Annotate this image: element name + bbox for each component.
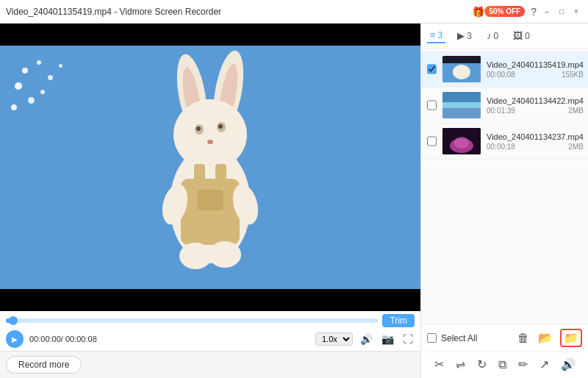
svg-point-16 bbox=[209, 241, 241, 268]
audio-adjust-button[interactable]: 🔊 bbox=[559, 355, 578, 374]
svg-rect-11 bbox=[181, 179, 240, 245]
close-button[interactable]: × bbox=[570, 6, 582, 18]
svg-point-15 bbox=[179, 243, 212, 269]
tab-play[interactable]: ▶ 3 bbox=[454, 29, 475, 43]
controls-bar: Trim ▶ 00:00:00/ 00:00:08 1.0x 🔊 📷 ⛶ bbox=[0, 311, 420, 351]
duplicate-button[interactable]: ⧉ bbox=[496, 355, 509, 374]
music-icon: ♪ bbox=[487, 30, 492, 41]
minimize-button[interactable]: – bbox=[541, 6, 553, 18]
decoration-dot bbox=[28, 97, 35, 104]
action-bar: Select All 🗑 📂 📁 ✂ ⇌ ↻ ⧉ ✏ ↗ 🔊 bbox=[421, 324, 588, 378]
file-duration-3: 00:00:18 bbox=[487, 143, 515, 151]
file-thumbnail-3 bbox=[442, 128, 481, 154]
select-all-area: Select All bbox=[427, 333, 477, 343]
svg-rect-24 bbox=[442, 108, 481, 118]
equalizer-button[interactable]: ⇌ bbox=[453, 355, 467, 374]
volume-button[interactable]: 🔊 bbox=[359, 332, 374, 346]
add-to-folder-button[interactable]: 📁 bbox=[560, 329, 582, 347]
decoration-dot bbox=[11, 104, 17, 110]
file-name-1: Video_240401135419.mp4 bbox=[487, 60, 584, 69]
file-item-2[interactable]: Video_240401134422.mp4 00:01:39 2MB bbox=[421, 88, 588, 124]
decoration-dot bbox=[22, 68, 28, 74]
letterbox-bottom bbox=[0, 289, 420, 311]
svg-point-27 bbox=[454, 137, 469, 149]
file-info-1: Video_240401135419.mp4 00:00:08 155KB bbox=[487, 60, 584, 79]
tabs-row: ≡ 3 ▶ 3 ♪ 0 🖼 0 bbox=[421, 24, 588, 49]
bottom-bar: Record more bbox=[0, 351, 420, 378]
file-name-3: Video_240401134237.mp4 bbox=[487, 132, 584, 141]
file-duration-1: 00:00:08 bbox=[487, 71, 515, 79]
cut-button[interactable]: ✂ bbox=[432, 355, 446, 374]
play-icon: ▶ bbox=[457, 30, 465, 41]
gift-icon: 🎁 bbox=[472, 6, 484, 18]
file-name-2: Video_240401134422.mp4 bbox=[487, 96, 584, 105]
help-icon: ? bbox=[531, 6, 537, 18]
audio-count: 0 bbox=[493, 31, 498, 41]
export-button[interactable]: ↗ bbox=[537, 355, 551, 374]
trim-button[interactable]: Trim bbox=[382, 314, 415, 327]
file-size-2: 2MB bbox=[568, 107, 584, 115]
fullscreen-button[interactable]: ⛶ bbox=[401, 332, 415, 346]
video-preview bbox=[0, 24, 420, 311]
svg-rect-23 bbox=[442, 92, 481, 102]
video-area bbox=[0, 24, 420, 311]
progress-row: Trim bbox=[6, 314, 415, 327]
decoration-dot bbox=[59, 64, 62, 68]
svg-point-21 bbox=[453, 65, 470, 79]
window-title: Video_240401135419.mp4 - Vidmore Screen … bbox=[6, 7, 472, 17]
file-meta-2: 00:01:39 2MB bbox=[487, 107, 584, 115]
file-info-3: Video_240401134237.mp4 00:00:18 2MB bbox=[487, 132, 584, 151]
file-item-1[interactable]: Video_240401135419.mp4 00:00:08 155KB bbox=[421, 51, 588, 88]
select-all-checkbox[interactable] bbox=[427, 333, 437, 343]
file-thumbnail-2 bbox=[442, 92, 481, 118]
decoration-dot bbox=[15, 82, 22, 90]
select-row: Select All 🗑 📂 📁 bbox=[427, 329, 582, 347]
svg-rect-20 bbox=[442, 56, 481, 63]
decoration-dot bbox=[48, 75, 53, 80]
list-icon: ≡ bbox=[430, 29, 436, 40]
file-checkbox-1[interactable] bbox=[427, 64, 437, 74]
play-count: 3 bbox=[467, 31, 472, 41]
select-all-label: Select All bbox=[441, 333, 477, 343]
action-icons: 🗑 📂 📁 bbox=[516, 329, 582, 347]
tab-video[interactable]: ≡ 3 bbox=[427, 28, 445, 43]
file-duration-2: 00:01:39 bbox=[487, 107, 515, 115]
file-meta-1: 00:00:08 155KB bbox=[487, 71, 584, 79]
open-folder-button[interactable]: 📂 bbox=[537, 329, 554, 347]
file-size-3: 2MB bbox=[568, 143, 584, 151]
letterbox-top bbox=[0, 24, 420, 46]
file-meta-3: 00:00:18 2MB bbox=[487, 143, 584, 151]
svg-point-8 bbox=[218, 124, 223, 129]
progress-thumb bbox=[9, 316, 18, 325]
file-checkbox-3[interactable] bbox=[427, 136, 437, 146]
progress-track[interactable] bbox=[6, 318, 378, 323]
decoration-dot bbox=[40, 90, 45, 94]
file-item-3[interactable]: Video_240401134237.mp4 00:00:18 2MB bbox=[421, 124, 588, 160]
left-panel: Trim ▶ 00:00:00/ 00:00:08 1.0x 🔊 📷 ⛶ Rec… bbox=[0, 24, 420, 378]
tab-audio[interactable]: ♪ 0 bbox=[484, 29, 501, 43]
delete-button[interactable]: 🗑 bbox=[516, 329, 531, 347]
record-more-button[interactable]: Record more bbox=[6, 356, 82, 374]
svg-point-7 bbox=[196, 126, 201, 131]
thumb-preview-3 bbox=[442, 128, 481, 154]
decoration-dot bbox=[37, 60, 41, 65]
speed-select[interactable]: 1.0x bbox=[315, 332, 353, 346]
screenshot-button[interactable]: 📷 bbox=[380, 332, 395, 346]
time-display: 00:00:00/ 00:00:08 bbox=[29, 335, 97, 343]
file-list: Video_240401135419.mp4 00:00:08 155KB bbox=[421, 49, 588, 324]
edit-icons-row: ✂ ⇌ ↻ ⧉ ✏ ↗ 🔊 bbox=[427, 352, 582, 374]
thumb-preview-2 bbox=[442, 92, 481, 118]
bunny-graphic bbox=[137, 50, 284, 285]
play-button[interactable]: ▶ bbox=[6, 330, 24, 348]
titlebar: Video_240401135419.mp4 - Vidmore Screen … bbox=[0, 0, 588, 24]
maximize-button[interactable]: □ bbox=[556, 6, 567, 18]
file-thumbnail-1 bbox=[442, 56, 481, 82]
window-controls: – □ × bbox=[541, 6, 582, 18]
file-checkbox-2[interactable] bbox=[427, 100, 437, 110]
playback-row: ▶ 00:00:00/ 00:00:08 1.0x 🔊 📷 ⛶ bbox=[6, 330, 415, 348]
svg-rect-12 bbox=[194, 164, 205, 182]
tab-image[interactable]: 🖼 0 bbox=[510, 29, 533, 43]
promo-badge: 50% OFF bbox=[484, 6, 525, 17]
rotate-button[interactable]: ↻ bbox=[475, 355, 489, 374]
edit-button[interactable]: ✏ bbox=[516, 355, 530, 374]
